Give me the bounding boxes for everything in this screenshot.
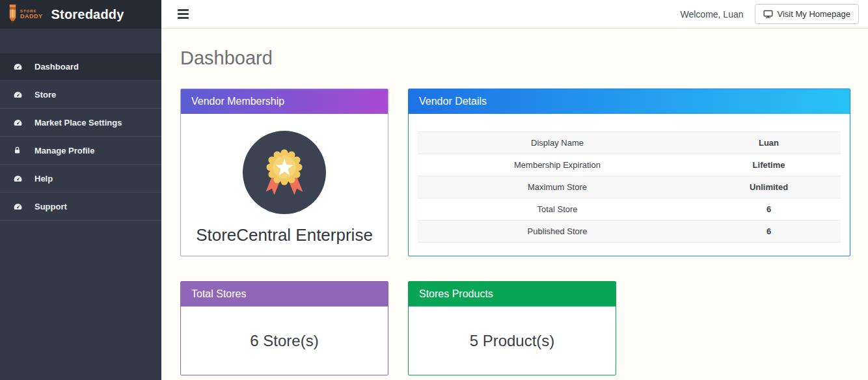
vendor-membership-title: Vendor Membership	[191, 96, 284, 107]
brand-link[interactable]: STORE DADDY Storedaddy	[0, 0, 161, 29]
stores-products-header: Stores Products	[409, 282, 616, 306]
table-row: Published Store 6	[418, 221, 841, 243]
vendor-details-title: Vendor Details	[419, 96, 487, 107]
total-stores-title: Total Stores	[191, 288, 246, 300]
stores-products-value: 5 Product(s)	[409, 306, 616, 375]
gauge-icon	[13, 118, 29, 128]
medal-icon	[243, 131, 326, 214]
visit-homepage-label: Visit My Homepage	[778, 9, 850, 19]
vendor-membership-card: Vendor Membership	[180, 88, 388, 256]
sidebar-item-market-place-settings[interactable]: Market Place Settings	[0, 109, 161, 137]
welcome-text: Welcome, Luan	[681, 9, 744, 20]
hamburger-icon[interactable]	[176, 7, 190, 21]
sidebar-item-label: Manage Profile	[34, 146, 94, 156]
total-stores-header: Total Stores	[181, 282, 388, 306]
detail-label: Published Store	[418, 221, 697, 243]
main-content: Dashboard Vendor Membership	[161, 29, 868, 380]
sidebar-item-manage-profile[interactable]: Manage Profile	[0, 137, 161, 165]
lock-icon	[13, 146, 29, 155]
gauge-icon	[13, 90, 29, 100]
sidebar: STORE DADDY Storedaddy Dashboard Store M…	[0, 0, 161, 380]
brand-name: Storedaddy	[51, 7, 124, 22]
monitor-icon	[763, 9, 773, 19]
storedaddy-logo-icon	[7, 4, 19, 25]
topbar: Welcome, Luan Visit My Homepage	[161, 0, 868, 29]
sidebar-item-store[interactable]: Store	[0, 81, 161, 109]
detail-value: Luan	[697, 132, 841, 154]
vendor-details-card: Vendor Details Display Name Luan Members…	[408, 88, 850, 256]
stores-products-title: Stores Products	[419, 288, 493, 300]
vendor-membership-body: StoreCentral Enterprise	[181, 114, 388, 245]
gauge-icon	[13, 202, 29, 211]
sidebar-item-label: Dashboard	[34, 62, 79, 72]
detail-value: 6	[697, 221, 841, 243]
total-stores-value: 6 Store(s)	[181, 306, 388, 375]
sidebar-item-dashboard[interactable]: Dashboard	[0, 53, 161, 81]
detail-value: Lifetime	[697, 154, 841, 176]
vendor-membership-header: Vendor Membership	[181, 89, 388, 114]
stores-products-card: Stores Products 5 Product(s)	[408, 281, 616, 375]
sidebar-item-label: Support	[34, 202, 67, 211]
visit-homepage-button[interactable]: Visit My Homepage	[755, 4, 859, 24]
sidebar-menu: Dashboard Store Market Place Settings Ma…	[0, 53, 161, 221]
logo-word-bottom: DADDY	[20, 14, 43, 20]
sidebar-item-support[interactable]: Support	[0, 193, 161, 221]
membership-plan-name: StoreCentral Enterprise	[181, 225, 388, 245]
detail-value: 6	[697, 198, 841, 221]
detail-label: Display Name	[418, 132, 697, 154]
topbar-right: Welcome, Luan Visit My Homepage	[681, 4, 860, 24]
gauge-icon	[13, 62, 29, 72]
total-stores-card: Total Stores 6 Store(s)	[180, 281, 388, 375]
logo-wordmark: STORE DADDY	[20, 9, 43, 20]
cards-row-bottom: Total Stores 6 Store(s) Stores Products …	[180, 281, 850, 375]
sidebar-item-help[interactable]: Help	[0, 165, 161, 193]
detail-value: Unlimited	[697, 176, 841, 198]
sidebar-item-label: Market Place Settings	[34, 118, 122, 128]
table-row: Display Name Luan	[418, 132, 841, 154]
page-title: Dashboard	[180, 48, 850, 69]
sidebar-item-label: Help	[34, 174, 53, 183]
table-row: Maximum Store Unlimited	[418, 176, 841, 198]
sidebar-item-label: Store	[34, 90, 56, 100]
detail-label: Maximum Store	[418, 176, 697, 198]
vendor-details-body: Display Name Luan Membership Expiration …	[409, 114, 850, 243]
vendor-details-table: Display Name Luan Membership Expiration …	[418, 131, 841, 243]
vendor-details-header: Vendor Details	[409, 89, 850, 114]
table-row: Membership Expiration Lifetime	[418, 154, 841, 176]
gauge-icon	[13, 174, 29, 183]
table-row: Total Store 6	[418, 198, 841, 221]
cards-row-top: Vendor Membership	[180, 88, 850, 256]
detail-label: Membership Expiration	[418, 154, 697, 176]
detail-label: Total Store	[418, 198, 697, 221]
